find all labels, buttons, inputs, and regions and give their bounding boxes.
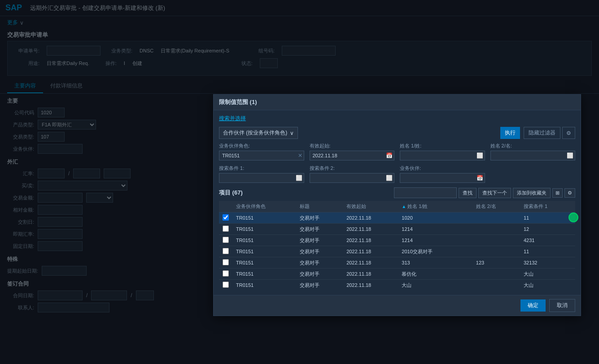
find-next-button[interactable]: 查找下一个 bbox=[478, 188, 511, 198]
cell-search1-4: 32132 bbox=[520, 257, 575, 269]
search-fields-row1: 业务伙伴角色: ✕ 有效起始: 📅 姓名 1/姓: ⬜ bbox=[219, 143, 575, 160]
expand-icon[interactable]: ⬜ bbox=[477, 152, 483, 159]
搜索条件1-input[interactable] bbox=[219, 173, 304, 183]
table-row[interactable]: TR0151 交易对手 2022.11.18 313 123 32132 bbox=[219, 257, 575, 269]
搜索条件2-input[interactable] bbox=[310, 173, 395, 183]
cell-role-0: TR0151 bbox=[232, 212, 296, 224]
table-settings-button[interactable]: ⚙ bbox=[564, 188, 575, 198]
cell-title-5: 交易对手 bbox=[296, 269, 343, 280]
table-row[interactable]: TR0151 交易对手 2022.11.18 2010交易对手 11 bbox=[219, 246, 575, 257]
partner-dropdown[interactable]: 合作伙伴 (按业务伙伴角色) ∨ bbox=[219, 127, 298, 139]
姓名2名-group: 姓名 2/名: ⬜ bbox=[490, 143, 576, 160]
calendar-icon[interactable]: 📅 bbox=[386, 152, 393, 159]
搜索条件2-label: 搜索条件 2: bbox=[310, 165, 395, 172]
cancel-button[interactable]: 取消 bbox=[549, 299, 575, 312]
row-checkbox-4[interactable] bbox=[223, 259, 229, 265]
业务伙伴角色-group: 业务伙伴角色: ✕ bbox=[219, 143, 304, 160]
row-checkbox-3[interactable] bbox=[223, 248, 229, 254]
table-row[interactable]: TR0151 交易对手 2022.11.18 1214 12 bbox=[219, 224, 575, 235]
cell-title-3: 交易对手 bbox=[296, 246, 343, 257]
cell-name2-0 bbox=[472, 212, 520, 224]
table-row[interactable]: TR0151 交易对手 2022.11.18 慕仿化 大山 bbox=[219, 269, 575, 280]
row-checkbox-6[interactable] bbox=[223, 282, 229, 288]
cell-role-2: TR0151 bbox=[232, 235, 296, 246]
col-search1[interactable]: 搜索条件 1 bbox=[520, 201, 575, 212]
clear-icon[interactable]: ✕ bbox=[298, 152, 302, 159]
row-checkbox-5[interactable] bbox=[223, 270, 229, 277]
row-checkbox-2[interactable] bbox=[223, 237, 229, 243]
col-name2[interactable]: 姓名 2/名 bbox=[472, 201, 520, 212]
cell-search1-1: 12 bbox=[520, 224, 575, 235]
modal-body: 搜索并选择 合作伙伴 (按业务伙伴角色) ∨ 执行 隐藏过滤器 ⚙ 业务伙伴角色… bbox=[214, 110, 581, 295]
cell-startdate-3: 2022.11.18 bbox=[343, 246, 398, 257]
hide-filter-button[interactable]: 隐藏过滤器 bbox=[524, 127, 560, 139]
cell-search1-6: 大山 bbox=[520, 280, 575, 291]
cell-startdate-5: 2022.11.18 bbox=[343, 269, 398, 280]
expand-icon4[interactable]: ⬜ bbox=[386, 175, 393, 181]
expand-icon2[interactable]: ⬜ bbox=[567, 152, 573, 159]
cell-name1-2: 1214 bbox=[398, 235, 472, 246]
partner-dropdown-label: 合作伙伴 (按业务伙伴角色) bbox=[223, 129, 287, 137]
业务伙伴-input[interactable] bbox=[400, 173, 485, 183]
cell-startdate-4: 2022.11.18 bbox=[343, 257, 398, 269]
cell-title-4: 交易对手 bbox=[296, 257, 343, 269]
modal-dialog: 限制值范围 (1) 搜索并选择 合作伙伴 (按业务伙伴角色) ∨ 执行 隐藏过滤… bbox=[213, 94, 581, 316]
col-title[interactable]: 标题 bbox=[296, 201, 343, 212]
cell-title-6: 交易对手 bbox=[296, 280, 343, 291]
items-search-input[interactable] bbox=[394, 187, 457, 198]
cell-role-5: TR0151 bbox=[232, 269, 296, 280]
搜索条件2-group: 搜索条件 2: ⬜ bbox=[310, 165, 395, 183]
cell-name1-5: 慕仿化 bbox=[398, 269, 472, 280]
col-startdate[interactable]: 有效起始 bbox=[343, 201, 398, 212]
cell-role-1: TR0151 bbox=[232, 224, 296, 235]
col-name1[interactable]: ▲ 姓名 1/姓 bbox=[398, 201, 472, 212]
items-title: 项目 (67) bbox=[219, 189, 243, 197]
姓名1姓-input[interactable] bbox=[400, 151, 485, 160]
table-row[interactable]: TR0151 交易对手 2022.11.18 大山 大山 bbox=[219, 280, 575, 291]
row-checkbox-1[interactable] bbox=[223, 225, 229, 232]
col-role[interactable]: 业务伙伴角色 bbox=[232, 201, 296, 212]
execute-button[interactable]: 执行 bbox=[500, 127, 520, 139]
cell-name2-1 bbox=[472, 224, 520, 235]
table-copy-button[interactable]: ⊞ bbox=[552, 188, 563, 198]
cell-role-6: TR0151 bbox=[232, 280, 296, 291]
cell-name2-2 bbox=[472, 235, 520, 246]
data-table: 业务伙伴角色 标题 有效起始 ▲ 姓名 1/姓 姓名 2/名 搜索条件 1 TR… bbox=[219, 201, 575, 290]
sort-ascending-icon: ▲ bbox=[402, 204, 406, 209]
modal-title: 限制值范围 (1) bbox=[219, 98, 257, 106]
cell-name1-4: 313 bbox=[398, 257, 472, 269]
modal-header: 限制值范围 (1) bbox=[214, 95, 581, 110]
cell-search1-3: 11 bbox=[520, 246, 575, 257]
搜索条件1-label: 搜索条件 1: bbox=[219, 165, 304, 172]
cell-startdate-1: 2022.11.18 bbox=[343, 224, 398, 235]
cell-search1-0: 11 bbox=[520, 212, 575, 224]
settings-button[interactable]: ⚙ bbox=[562, 127, 575, 139]
items-actions: 查找 查找下一个 添加到收藏夹 ⊞ ⚙ bbox=[394, 187, 575, 198]
cell-role-3: TR0151 bbox=[232, 246, 296, 257]
cell-name2-3 bbox=[472, 246, 520, 257]
filter-actions: 执行 隐藏过滤器 ⚙ bbox=[500, 127, 575, 139]
姓名2名-label: 姓名 2/名: bbox=[490, 143, 576, 149]
find-button[interactable]: 查找 bbox=[459, 188, 477, 198]
expand-icon3[interactable]: ⬜ bbox=[296, 175, 302, 181]
table-row[interactable]: TR0151 交易对手 2022.11.18 1020 11 bbox=[219, 212, 575, 224]
cell-title-2: 交易对手 bbox=[296, 235, 343, 246]
cell-startdate-2: 2022.11.18 bbox=[343, 235, 398, 246]
cell-name1-0: 1020 bbox=[398, 212, 472, 224]
姓名2名-input[interactable] bbox=[490, 151, 576, 160]
cell-name1-1: 1214 bbox=[398, 224, 472, 235]
table-wrapper: 业务伙伴角色 标题 有效起始 ▲ 姓名 1/姓 姓名 2/名 搜索条件 1 TR… bbox=[219, 201, 575, 290]
table-row[interactable]: TR0151 交易对手 2022.11.18 1214 4231 bbox=[219, 235, 575, 246]
expand-icon5[interactable]: 📅 bbox=[477, 175, 483, 181]
搜索条件1-group: 搜索条件 1: ⬜ bbox=[219, 165, 304, 183]
confirm-button[interactable]: 确定 bbox=[520, 299, 546, 312]
业务伙伴角色-input[interactable] bbox=[219, 151, 304, 160]
cell-role-4: TR0151 bbox=[232, 257, 296, 269]
业务伙伴角色-label: 业务伙伴角色: bbox=[219, 143, 304, 149]
row-checkbox-0[interactable] bbox=[223, 214, 229, 221]
有效起始-input[interactable] bbox=[310, 151, 395, 160]
search-select-link[interactable]: 搜索并选择 bbox=[219, 115, 246, 121]
filter-header: 合作伙伴 (按业务伙伴角色) ∨ 执行 隐藏过滤器 ⚙ bbox=[219, 127, 575, 139]
姓名1姓-label: 姓名 1/姓: bbox=[400, 143, 485, 149]
add-bookmark-button[interactable]: 添加到收藏夹 bbox=[513, 188, 551, 198]
